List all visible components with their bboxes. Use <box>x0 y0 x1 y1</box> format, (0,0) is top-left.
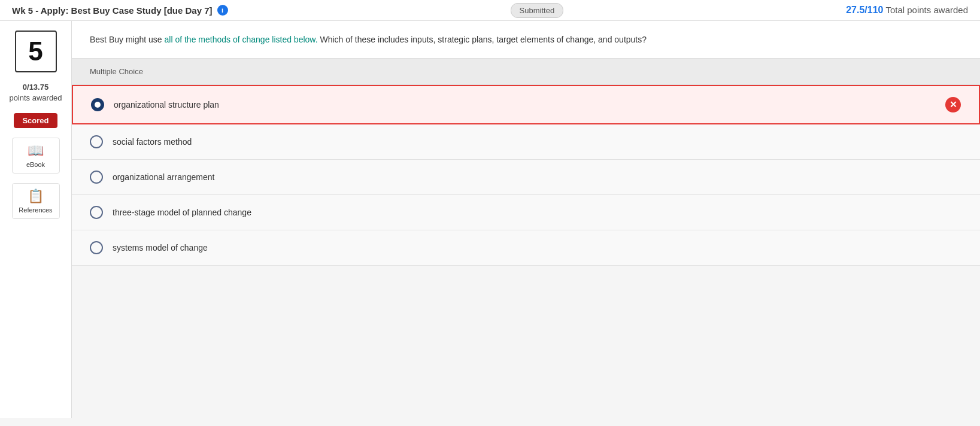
sidebar: 5 0/13.75 points awarded Scored 📖 eBook … <box>0 21 72 418</box>
header-points: 27.5/110 Total points awarded <box>846 5 968 16</box>
page-header: Wk 5 - Apply: Best Buy Case Study [due D… <box>0 0 980 21</box>
main-layout: 5 0/13.75 points awarded Scored 📖 eBook … <box>0 21 980 418</box>
option-1-radio <box>91 98 104 111</box>
header-left: Wk 5 - Apply: Best Buy Case Study [due D… <box>12 5 228 16</box>
question-number: 5 <box>28 36 43 66</box>
option-2[interactable]: social factors method <box>72 124 980 160</box>
ebook-tool[interactable]: 📖 eBook <box>12 138 60 174</box>
option-1-text: organizational structure plan <box>114 100 219 109</box>
option-4[interactable]: three-stage model of planned change <box>72 195 980 230</box>
references-label: References <box>19 206 52 214</box>
info-icon[interactable]: i <box>217 5 228 16</box>
wrong-marker-1: ✕ <box>945 97 961 112</box>
references-icon: 📋 <box>28 188 44 204</box>
option-5-radio <box>90 241 103 254</box>
content-area: Best Buy might use all of the methods of… <box>72 21 980 418</box>
sidebar-points-label: points awarded <box>9 93 62 104</box>
option-4-text: three-stage model of planned change <box>113 208 251 217</box>
option-1[interactable]: organizational structure plan ✕ <box>72 85 980 124</box>
option-2-text: social factors method <box>113 137 192 147</box>
option-5-text: systems model of change <box>113 243 208 252</box>
answer-section: Multiple Choice organizational structure… <box>72 59 980 266</box>
sidebar-points-info: 0/13.75 points awarded <box>9 82 62 104</box>
option-3-text: organizational arrangement <box>113 172 214 182</box>
question-text: Best Buy might use all of the methods of… <box>90 33 962 46</box>
references-tool[interactable]: 📋 References <box>12 183 60 219</box>
ebook-icon: 📖 <box>28 143 44 159</box>
option-4-radio <box>90 206 103 219</box>
answer-type-label: Multiple Choice <box>72 59 980 85</box>
ebook-label: eBook <box>26 161 45 168</box>
submitted-badge: Submitted <box>511 5 564 15</box>
question-header: Best Buy might use all of the methods of… <box>72 21 980 59</box>
question-number-box: 5 <box>15 31 57 72</box>
option-5[interactable]: systems model of change <box>72 230 980 266</box>
sidebar-points-value: 0/13.75 <box>9 82 62 93</box>
options-list: organizational structure plan ✕ social f… <box>72 85 980 266</box>
scored-badge[interactable]: Scored <box>14 113 57 128</box>
question-highlight: all of the methods of change listed belo… <box>165 35 318 44</box>
option-3-radio <box>90 171 103 184</box>
option-2-radio <box>90 135 103 148</box>
option-3[interactable]: organizational arrangement <box>72 160 980 195</box>
page-title: Wk 5 - Apply: Best Buy Case Study [due D… <box>12 5 213 16</box>
